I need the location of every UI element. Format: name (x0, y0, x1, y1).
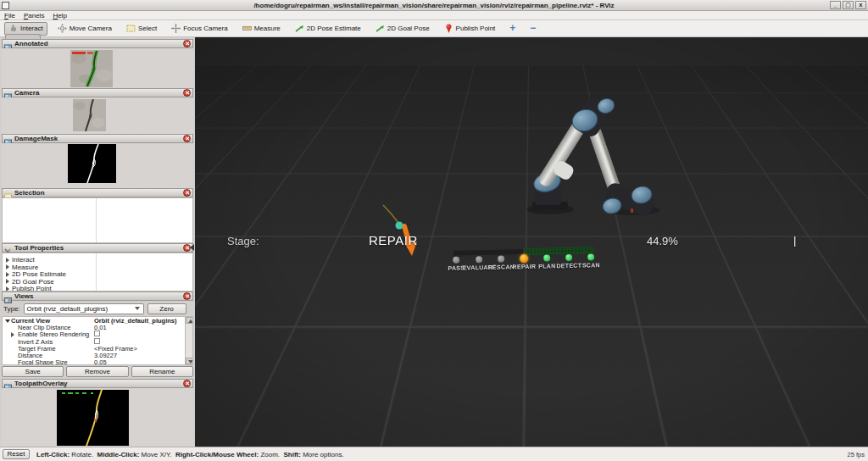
selection-panel-icon (4, 189, 12, 197)
selection-panel-body[interactable] (2, 197, 193, 243)
image-panel-icon (4, 135, 12, 142)
mouse-hints: Left-Click: Rotate. Middle-Click: Move X… (36, 451, 344, 458)
minimize-icon[interactable]: _ (830, 1, 841, 9)
tree-row-label: Focal Shape Size (18, 358, 68, 365)
panel-header-selection[interactable]: Selection (2, 188, 193, 197)
panel-header-toolpath-overlay[interactable]: ToolpathOverlay (2, 379, 193, 388)
map-pin-icon (444, 24, 453, 33)
tree-row-value[interactable]: 0.05 (94, 358, 107, 365)
scroll-up-icon[interactable] (186, 317, 193, 324)
toolpath-overlay-image (57, 390, 129, 446)
tool-measure-button[interactable]: Measure (238, 22, 285, 36)
splitter-collapse-icon[interactable] (190, 244, 194, 251)
stage-marker-active (520, 254, 528, 263)
views-buttons-row: Save Remove Rename (2, 366, 193, 378)
checkbox[interactable] (94, 338, 100, 344)
expand-arrow-icon[interactable] (6, 279, 9, 284)
tool-publish-point-button[interactable]: Publish Point (440, 22, 500, 36)
panel-header-annotated[interactable]: Annotated (2, 39, 193, 48)
stage-marker (498, 256, 504, 263)
menu-help[interactable]: Help (53, 12, 66, 19)
expand-arrow-icon[interactable] (6, 264, 9, 269)
close-panel-icon[interactable] (183, 189, 191, 197)
stage-caption: Stage: (227, 235, 259, 247)
expand-arrow-icon[interactable] (11, 332, 14, 337)
tool-label: 2D Pose Estimate (307, 25, 361, 32)
damage-mask-panel-body (2, 143, 193, 188)
views-panel-icon (4, 292, 12, 300)
green-arrow-icon (376, 24, 385, 33)
tool-label: Focus Camera (183, 25, 227, 32)
menu-panels[interactable]: Panels (24, 12, 44, 19)
views-type-row: Type: Orbit (rviz_default_plugins) Zero (2, 301, 193, 316)
expand-arrow-icon[interactable] (6, 286, 9, 292)
panel-header-camera[interactable]: Camera (2, 88, 193, 97)
stage-label: REPAIR (512, 264, 536, 270)
checkbox[interactable] (94, 330, 100, 336)
panel-title: Selection (14, 189, 181, 197)
render-viewport[interactable]: PASS EVALUATE RESCAN REPAIR PLAN DETECT … (195, 37, 868, 447)
tool-move-camera-button[interactable]: Move Camera (53, 22, 116, 36)
add-tool-button[interactable]: + (505, 22, 520, 36)
close-icon[interactable]: x (855, 1, 866, 9)
app-icon (2, 2, 9, 9)
menu-file[interactable]: File (4, 12, 15, 19)
tree-row[interactable]: Focal Shape Size 0.05 (3, 359, 192, 365)
expand-arrow-icon[interactable] (6, 258, 9, 263)
image-panel-icon (4, 89, 12, 97)
close-panel-icon[interactable] (183, 40, 191, 47)
toolpath-overlay-panel-body (2, 388, 193, 447)
panel-title: Annotated (14, 40, 181, 47)
expand-arrow-icon[interactable] (6, 272, 9, 277)
close-panel-icon[interactable] (183, 89, 191, 97)
rviz-window: /home/dogru/repairman_ws/install/repairm… (0, 0, 868, 461)
view-type-dropdown[interactable]: Orbit (rviz_default_plugins) (24, 303, 144, 314)
tool-label: Interact (20, 25, 43, 32)
panel-title: DamageMask (14, 135, 181, 142)
progress-bar-done (524, 247, 593, 255)
scroll-down-icon[interactable] (186, 358, 193, 364)
window-title: /home/dogru/repairman_ws/install/repairm… (0, 2, 868, 9)
panel-header-damage-mask[interactable]: DamageMask (2, 134, 193, 143)
camera-panel-body (2, 97, 193, 134)
remove-view-button[interactable]: Remove (66, 366, 128, 377)
camera-image (73, 99, 106, 131)
close-panel-icon[interactable] (183, 380, 191, 387)
tool-select-button[interactable]: Select (122, 22, 161, 36)
maximize-icon[interactable]: ▢ (843, 1, 854, 9)
tool-properties-panel-body: Interact Measure 2D Pose Estimate 2D Goa… (2, 253, 193, 292)
tool-focus-camera-button[interactable]: Focus Camera (167, 22, 231, 36)
stage-marker (543, 254, 550, 261)
pipeline-widget: PASS EVALUATE RESCAN REPAIR PLAN DETECT … (195, 37, 868, 447)
panel-header-tool-properties[interactable]: Tool Properties (2, 243, 193, 253)
close-panel-icon[interactable] (183, 292, 191, 300)
tool-2d-pose-estimate-button[interactable]: 2D Pose Estimate (291, 22, 365, 36)
stage-label: RESCAN (488, 264, 515, 270)
rename-view-button[interactable]: Rename (131, 366, 193, 377)
green-arrow-icon (295, 24, 304, 33)
tool-label: Publish Point (456, 25, 496, 32)
save-view-button[interactable]: Save (2, 366, 64, 377)
zero-button[interactable]: Zero (147, 303, 186, 314)
progress-bar-pending (453, 248, 524, 257)
plus-icon: + (509, 24, 515, 33)
close-panel-icon[interactable] (183, 135, 191, 142)
reset-button[interactable]: Reset (3, 449, 30, 459)
tool-properties-item[interactable]: Publish Point (6, 285, 52, 292)
collapse-arrow-icon[interactable] (5, 319, 10, 323)
tool-bar: Interact Move Camera Select Focus Camera… (0, 20, 868, 37)
column-divider (96, 253, 97, 291)
scrollbar[interactable] (185, 317, 192, 364)
image-panel-icon (4, 40, 12, 47)
annotated-panel-body (2, 48, 193, 88)
remove-tool-button[interactable]: − (526, 22, 540, 36)
tool-2d-goal-pose-button[interactable]: 2D Goal Pose (371, 22, 434, 36)
current-stage-text: REPAIR (369, 233, 418, 247)
stage-label: DETECT (556, 263, 581, 269)
orbit-icon (58, 24, 67, 33)
title-bar[interactable]: /home/dogru/repairman_ws/install/repairm… (0, 0, 868, 11)
chevron-down-icon (135, 307, 140, 310)
progress-percent-text: 44.9% (647, 235, 678, 247)
tool-label: Select (138, 25, 157, 32)
panel-header-views[interactable]: Views (2, 292, 193, 301)
